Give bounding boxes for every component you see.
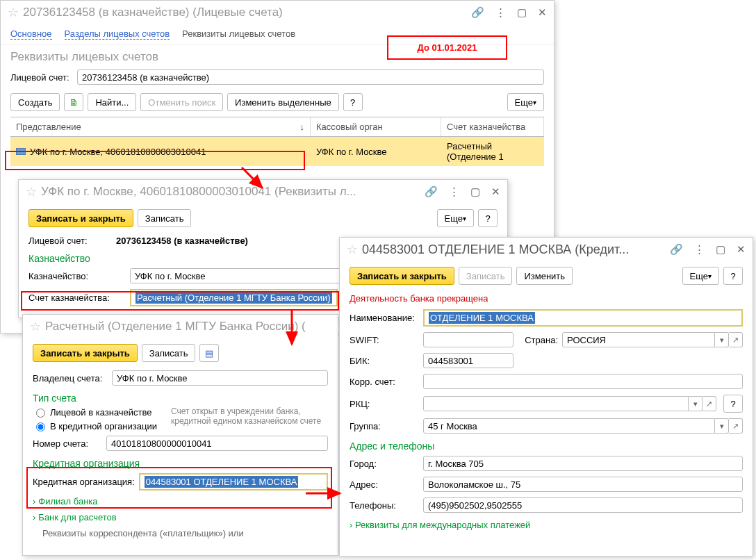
link-icon[interactable]: 🔗 <box>471 6 484 19</box>
name-value[interactable]: ОТДЕЛЕНИЕ 1 МОСКВА <box>423 309 743 327</box>
country-label: Страна: <box>523 335 558 345</box>
name-label: Наименование: <box>350 313 419 323</box>
radio-treasury[interactable] <box>36 409 45 418</box>
change-selected-button[interactable]: Изменить выделенные <box>227 93 339 111</box>
star-icon[interactable]: ☆ <box>347 242 358 257</box>
save-close-button[interactable]: Записать и закрыть <box>28 209 133 227</box>
more-button[interactable]: Еще ▾ <box>682 267 719 285</box>
bank-status: Деятельность банка прекращена <box>340 290 753 306</box>
dropdown-icon[interactable]: ▾ <box>715 418 729 434</box>
find-button[interactable]: Найти... <box>88 93 136 111</box>
account-input[interactable]: 20736123458 (в казначействе) <box>77 69 544 85</box>
close-icon[interactable]: ✕ <box>737 243 746 256</box>
cancel-search-button: Отменить поиск <box>140 93 223 111</box>
expand-bank[interactable]: ›Банк для расчетов <box>23 509 338 525</box>
address-label: Адрес: <box>350 479 419 490</box>
expand-intl[interactable]: › Реквизиты для международных платежей <box>340 516 753 534</box>
number-input[interactable]: 40101810800000010041 <box>106 436 328 451</box>
change-button[interactable]: Изменить <box>516 267 573 285</box>
menu-icon[interactable]: ⋮ <box>495 6 506 19</box>
save-close-button[interactable]: Записать и закрыть <box>33 344 138 362</box>
owner-input[interactable]: УФК по г. Москве <box>112 370 328 386</box>
more-button[interactable]: Еще ▾ <box>507 93 544 111</box>
group-input[interactable]: 45 г Москва <box>423 418 715 434</box>
hint-text: Счет открыт в учреждении банка, кредитно… <box>167 405 338 433</box>
phone-label: Телефоны: <box>350 500 419 511</box>
open-icon[interactable]: ↗ <box>702 396 716 411</box>
window-title: 20736123458 (в казначействе) (Лицевые сч… <box>23 6 467 19</box>
red-highlight-org <box>26 467 332 509</box>
save-button: Записать <box>459 267 513 285</box>
dropdown-icon[interactable]: ▾ <box>715 332 729 347</box>
radio-credit-org[interactable] <box>36 422 45 431</box>
help-button[interactable]: ? <box>343 93 363 111</box>
account-label: Лицевой счет: <box>10 72 73 83</box>
account-label: Лицевой счет: <box>28 236 112 246</box>
save-close-button[interactable]: Записать и закрыть <box>350 267 454 285</box>
menu-icon[interactable]: ⋮ <box>449 186 459 198</box>
star-icon[interactable]: ☆ <box>26 184 37 199</box>
window-title: 044583001 ОТДЕЛЕНИЕ 1 МОСКВА (Кредит... <box>362 242 666 257</box>
tab-requisites[interactable]: Реквизиты лицевых счетов <box>182 28 295 40</box>
bik-input[interactable]: 044583001 <box>423 353 513 368</box>
close-icon[interactable]: ✕ <box>491 186 500 198</box>
account-value: 20736123458 (в казначействе) <box>116 236 248 246</box>
address-title: Адрес и телефоны <box>340 436 753 453</box>
close-icon[interactable]: ✕ <box>538 6 547 19</box>
treasury-label: Казначейство: <box>28 271 126 281</box>
tab-main[interactable]: Основное <box>10 28 52 40</box>
save-button[interactable]: Записать <box>138 209 192 227</box>
number-label: Номер счета: <box>33 438 102 449</box>
corr-input[interactable] <box>423 374 743 389</box>
svg-line-0 <box>242 167 262 188</box>
list-button[interactable]: ▤ <box>199 344 219 362</box>
col-cash-organ[interactable]: Кассовый орган <box>311 117 441 136</box>
help-rkc-button[interactable]: ? <box>723 395 743 413</box>
window-title: УФК по г. Москве, 40601810800003010041 (… <box>41 185 420 199</box>
col-representation[interactable]: Представление↓ <box>10 117 311 136</box>
swift-input[interactable] <box>423 332 513 347</box>
create-button[interactable]: Создать <box>10 93 60 111</box>
corr-label: Корр. счет: <box>350 377 419 387</box>
corr-requisites: Реквизиты корреспондента («плательщик») … <box>23 525 338 541</box>
owner-label: Владелец счета: <box>33 373 108 384</box>
star-icon[interactable]: ☆ <box>8 5 19 20</box>
link-icon[interactable]: 🔗 <box>425 186 438 198</box>
country-input[interactable]: РОССИЯ <box>562 332 715 347</box>
maximize-icon[interactable]: ▢ <box>716 243 725 256</box>
menu-icon[interactable]: ⋮ <box>694 243 705 256</box>
red-notice: До 01.01.2021 <box>387 35 507 60</box>
star-icon[interactable]: ☆ <box>30 319 41 334</box>
more-button[interactable]: Еще ▾ <box>437 209 474 227</box>
maximize-icon[interactable]: ▢ <box>517 6 527 19</box>
type-title: Тип счета <box>23 388 338 405</box>
phone-input[interactable]: (495)9502502,9502555 <box>423 497 743 513</box>
address-input[interactable]: Волоколамское ш., 75 <box>423 477 743 492</box>
open-icon[interactable]: ↗ <box>729 418 743 434</box>
group-label: Группа: <box>350 421 419 431</box>
link-icon[interactable]: 🔗 <box>670 243 683 256</box>
help-button[interactable]: ? <box>478 209 498 227</box>
rkc-label: РКЦ: <box>350 399 419 409</box>
tab-sections[interactable]: Разделы лицевых счетов <box>65 28 170 40</box>
copy-button[interactable]: 🗎 <box>64 93 83 111</box>
help-button[interactable]: ? <box>723 267 743 285</box>
dropdown-icon[interactable]: ▾ <box>689 396 702 411</box>
col-treasury-account[interactable]: Счет казначейства <box>441 117 544 136</box>
city-label: Город: <box>350 459 419 469</box>
open-icon[interactable]: ↗ <box>729 332 743 347</box>
save-button[interactable]: Записать <box>142 344 196 362</box>
swift-label: SWIFT: <box>350 335 419 345</box>
bik-label: БИК: <box>350 356 419 366</box>
rkc-input[interactable] <box>423 396 689 411</box>
city-input[interactable]: г. Москва 705 <box>423 456 743 471</box>
maximize-icon[interactable]: ▢ <box>470 186 480 198</box>
